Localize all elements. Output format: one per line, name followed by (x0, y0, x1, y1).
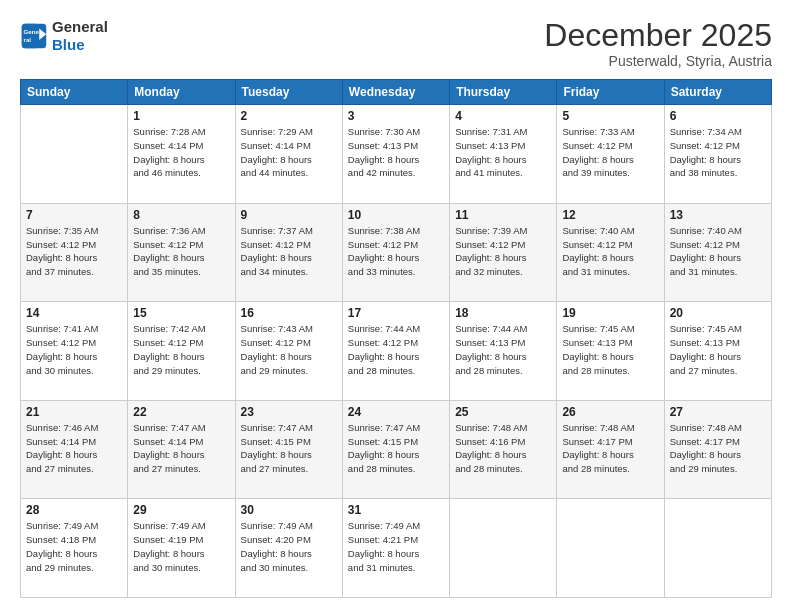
day-info: Sunrise: 7:48 AMSunset: 4:16 PMDaylight:… (455, 421, 551, 476)
day-number: 3 (348, 109, 444, 123)
calendar-cell: 6Sunrise: 7:34 AMSunset: 4:12 PMDaylight… (664, 105, 771, 204)
day-number: 2 (241, 109, 337, 123)
day-info: Sunrise: 7:30 AMSunset: 4:13 PMDaylight:… (348, 125, 444, 180)
calendar-cell: 31Sunrise: 7:49 AMSunset: 4:21 PMDayligh… (342, 499, 449, 598)
calendar-table: SundayMondayTuesdayWednesdayThursdayFrid… (20, 79, 772, 598)
weekday-header-monday: Monday (128, 80, 235, 105)
day-info: Sunrise: 7:47 AMSunset: 4:15 PMDaylight:… (241, 421, 337, 476)
day-info: Sunrise: 7:45 AMSunset: 4:13 PMDaylight:… (562, 322, 658, 377)
svg-text:ral: ral (24, 36, 32, 43)
day-number: 1 (133, 109, 229, 123)
logo-icon: Gene ral (20, 22, 48, 50)
logo-line2: Blue (52, 36, 108, 54)
calendar-cell: 8Sunrise: 7:36 AMSunset: 4:12 PMDaylight… (128, 203, 235, 302)
week-row-4: 28Sunrise: 7:49 AMSunset: 4:18 PMDayligh… (21, 499, 772, 598)
day-number: 15 (133, 306, 229, 320)
calendar-cell (450, 499, 557, 598)
day-number: 8 (133, 208, 229, 222)
calendar-cell: 13Sunrise: 7:40 AMSunset: 4:12 PMDayligh… (664, 203, 771, 302)
day-number: 27 (670, 405, 766, 419)
calendar-cell: 30Sunrise: 7:49 AMSunset: 4:20 PMDayligh… (235, 499, 342, 598)
day-info: Sunrise: 7:34 AMSunset: 4:12 PMDaylight:… (670, 125, 766, 180)
day-info: Sunrise: 7:46 AMSunset: 4:14 PMDaylight:… (26, 421, 122, 476)
calendar-cell: 3Sunrise: 7:30 AMSunset: 4:13 PMDaylight… (342, 105, 449, 204)
calendar-cell: 26Sunrise: 7:48 AMSunset: 4:17 PMDayligh… (557, 400, 664, 499)
day-number: 30 (241, 503, 337, 517)
calendar-cell: 7Sunrise: 7:35 AMSunset: 4:12 PMDaylight… (21, 203, 128, 302)
calendar-cell: 12Sunrise: 7:40 AMSunset: 4:12 PMDayligh… (557, 203, 664, 302)
calendar-cell: 27Sunrise: 7:48 AMSunset: 4:17 PMDayligh… (664, 400, 771, 499)
day-number: 20 (670, 306, 766, 320)
day-number: 13 (670, 208, 766, 222)
day-info: Sunrise: 7:39 AMSunset: 4:12 PMDaylight:… (455, 224, 551, 279)
day-number: 11 (455, 208, 551, 222)
day-info: Sunrise: 7:47 AMSunset: 4:15 PMDaylight:… (348, 421, 444, 476)
day-info: Sunrise: 7:40 AMSunset: 4:12 PMDaylight:… (562, 224, 658, 279)
weekday-header-friday: Friday (557, 80, 664, 105)
weekday-header-tuesday: Tuesday (235, 80, 342, 105)
day-number: 18 (455, 306, 551, 320)
day-number: 22 (133, 405, 229, 419)
weekday-header-thursday: Thursday (450, 80, 557, 105)
calendar-cell (664, 499, 771, 598)
day-number: 23 (241, 405, 337, 419)
calendar-cell: 17Sunrise: 7:44 AMSunset: 4:12 PMDayligh… (342, 302, 449, 401)
weekday-header-row: SundayMondayTuesdayWednesdayThursdayFrid… (21, 80, 772, 105)
day-info: Sunrise: 7:33 AMSunset: 4:12 PMDaylight:… (562, 125, 658, 180)
calendar-cell: 24Sunrise: 7:47 AMSunset: 4:15 PMDayligh… (342, 400, 449, 499)
day-info: Sunrise: 7:42 AMSunset: 4:12 PMDaylight:… (133, 322, 229, 377)
day-info: Sunrise: 7:36 AMSunset: 4:12 PMDaylight:… (133, 224, 229, 279)
calendar-cell: 21Sunrise: 7:46 AMSunset: 4:14 PMDayligh… (21, 400, 128, 499)
calendar-cell: 28Sunrise: 7:49 AMSunset: 4:18 PMDayligh… (21, 499, 128, 598)
day-info: Sunrise: 7:37 AMSunset: 4:12 PMDaylight:… (241, 224, 337, 279)
calendar-cell: 23Sunrise: 7:47 AMSunset: 4:15 PMDayligh… (235, 400, 342, 499)
week-row-2: 14Sunrise: 7:41 AMSunset: 4:12 PMDayligh… (21, 302, 772, 401)
calendar-cell: 2Sunrise: 7:29 AMSunset: 4:14 PMDaylight… (235, 105, 342, 204)
calendar-cell (557, 499, 664, 598)
day-number: 29 (133, 503, 229, 517)
day-info: Sunrise: 7:41 AMSunset: 4:12 PMDaylight:… (26, 322, 122, 377)
calendar-cell: 1Sunrise: 7:28 AMSunset: 4:14 PMDaylight… (128, 105, 235, 204)
calendar-cell: 4Sunrise: 7:31 AMSunset: 4:13 PMDaylight… (450, 105, 557, 204)
calendar-cell: 25Sunrise: 7:48 AMSunset: 4:16 PMDayligh… (450, 400, 557, 499)
day-info: Sunrise: 7:48 AMSunset: 4:17 PMDaylight:… (562, 421, 658, 476)
calendar-cell: 15Sunrise: 7:42 AMSunset: 4:12 PMDayligh… (128, 302, 235, 401)
calendar-cell: 22Sunrise: 7:47 AMSunset: 4:14 PMDayligh… (128, 400, 235, 499)
calendar-cell: 11Sunrise: 7:39 AMSunset: 4:12 PMDayligh… (450, 203, 557, 302)
week-row-3: 21Sunrise: 7:46 AMSunset: 4:14 PMDayligh… (21, 400, 772, 499)
calendar-cell: 16Sunrise: 7:43 AMSunset: 4:12 PMDayligh… (235, 302, 342, 401)
day-number: 4 (455, 109, 551, 123)
day-info: Sunrise: 7:44 AMSunset: 4:12 PMDaylight:… (348, 322, 444, 377)
day-info: Sunrise: 7:28 AMSunset: 4:14 PMDaylight:… (133, 125, 229, 180)
day-number: 17 (348, 306, 444, 320)
header: Gene ral General Blue December 2025 Pust… (20, 18, 772, 69)
day-info: Sunrise: 7:47 AMSunset: 4:14 PMDaylight:… (133, 421, 229, 476)
calendar-cell: 9Sunrise: 7:37 AMSunset: 4:12 PMDaylight… (235, 203, 342, 302)
calendar-cell (21, 105, 128, 204)
day-info: Sunrise: 7:43 AMSunset: 4:12 PMDaylight:… (241, 322, 337, 377)
day-number: 14 (26, 306, 122, 320)
day-info: Sunrise: 7:35 AMSunset: 4:12 PMDaylight:… (26, 224, 122, 279)
day-info: Sunrise: 7:38 AMSunset: 4:12 PMDaylight:… (348, 224, 444, 279)
day-info: Sunrise: 7:29 AMSunset: 4:14 PMDaylight:… (241, 125, 337, 180)
day-number: 12 (562, 208, 658, 222)
day-number: 31 (348, 503, 444, 517)
calendar-cell: 10Sunrise: 7:38 AMSunset: 4:12 PMDayligh… (342, 203, 449, 302)
month-title: December 2025 (544, 18, 772, 53)
logo-line1: General (52, 18, 108, 36)
weekday-header-wednesday: Wednesday (342, 80, 449, 105)
day-number: 21 (26, 405, 122, 419)
day-number: 25 (455, 405, 551, 419)
day-info: Sunrise: 7:45 AMSunset: 4:13 PMDaylight:… (670, 322, 766, 377)
day-number: 24 (348, 405, 444, 419)
day-number: 9 (241, 208, 337, 222)
day-number: 7 (26, 208, 122, 222)
calendar-cell: 5Sunrise: 7:33 AMSunset: 4:12 PMDaylight… (557, 105, 664, 204)
day-number: 28 (26, 503, 122, 517)
page: Gene ral General Blue December 2025 Pust… (0, 0, 792, 612)
day-number: 6 (670, 109, 766, 123)
weekday-header-saturday: Saturday (664, 80, 771, 105)
svg-text:Gene: Gene (24, 28, 40, 35)
title-block: December 2025 Pusterwald, Styria, Austri… (544, 18, 772, 69)
day-number: 26 (562, 405, 658, 419)
